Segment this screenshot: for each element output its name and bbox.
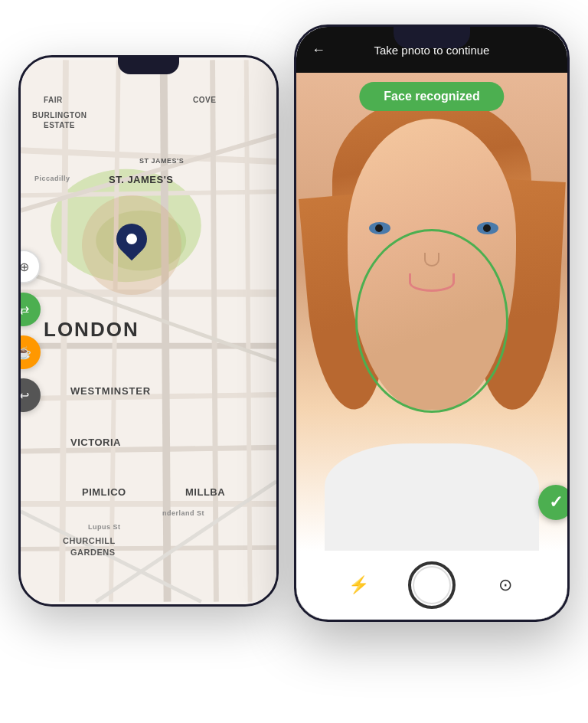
map-label-cove: COVE bbox=[193, 96, 216, 104]
shutter-inner bbox=[413, 566, 451, 604]
flash-button[interactable]: ⚡ bbox=[345, 571, 372, 599]
exit-button[interactable]: ↩ bbox=[18, 378, 41, 412]
map-label-victoria: VICTORIA bbox=[70, 437, 121, 448]
scene: FAIR COVE BURLINGTON ESTATE ST JAMES'S S… bbox=[18, 25, 570, 698]
map-sidebar-buttons: ⊕ ⇄ ☕ ↩ bbox=[18, 250, 41, 412]
smile bbox=[409, 273, 455, 292]
phone-camera: ← Take photo to continue Face recognized bbox=[294, 25, 570, 622]
shutter-button[interactable] bbox=[408, 561, 456, 609]
swap-icon: ⇄ bbox=[19, 303, 29, 317]
phone-map-notch bbox=[118, 57, 179, 74]
face-container bbox=[296, 73, 567, 551]
eye-left bbox=[369, 222, 390, 234]
map-label-st-james: ST. JAMES'S bbox=[109, 174, 173, 185]
map-label-estate: ESTATE bbox=[44, 121, 75, 129]
eye-right bbox=[477, 222, 498, 234]
locate-button[interactable]: ⊕ bbox=[18, 250, 41, 283]
back-button[interactable]: ← bbox=[312, 42, 325, 58]
map-label-piccadilly1: Piccadilly bbox=[34, 175, 70, 182]
face-recognized-banner: Face recognized bbox=[359, 82, 504, 111]
nose bbox=[424, 253, 439, 267]
map-label-churchill: CHURCHILL bbox=[63, 536, 116, 545]
map-label-london: LONDON bbox=[44, 318, 139, 342]
map-label-fair: FAIR bbox=[44, 96, 63, 104]
coffee-button[interactable]: ☕ bbox=[18, 335, 41, 369]
map-label-lupus: Lupus St bbox=[88, 523, 121, 531]
pin-head bbox=[110, 218, 154, 261]
flip-camera-button[interactable]: ⊙ bbox=[492, 571, 519, 599]
map-label-westminster: WESTMINSTER bbox=[70, 385, 151, 397]
map-label-sunderland: nderland St bbox=[162, 509, 204, 517]
svg-line-10 bbox=[21, 548, 276, 549]
exit-icon: ↩ bbox=[19, 388, 29, 403]
location-circle bbox=[82, 195, 181, 295]
flip-camera-icon: ⊙ bbox=[498, 575, 512, 595]
map-label-gardens: GARDENS bbox=[70, 548, 116, 557]
check-badge: ✓ bbox=[538, 485, 567, 520]
face-photo-area bbox=[296, 73, 567, 551]
svg-line-13 bbox=[164, 60, 168, 601]
camera-notch bbox=[394, 27, 470, 48]
shirt bbox=[325, 443, 539, 551]
map-background: FAIR COVE BURLINGTON ESTATE ST JAMES'S S… bbox=[21, 57, 276, 604]
phone-map: FAIR COVE BURLINGTON ESTATE ST JAMES'S S… bbox=[18, 55, 279, 607]
location-pin bbox=[114, 224, 149, 267]
coffee-icon: ☕ bbox=[18, 345, 31, 360]
camera-bottom-bar: ⚡ ⊙ bbox=[296, 551, 567, 620]
swap-button[interactable]: ⇄ bbox=[18, 293, 41, 326]
map-label-pimlico: PIMLICO bbox=[82, 486, 126, 498]
map-label-millba: MILLBA bbox=[185, 486, 225, 498]
svg-line-8 bbox=[21, 447, 276, 451]
map-label-st-james-small: ST JAMES'S bbox=[139, 157, 184, 165]
flash-icon: ⚡ bbox=[348, 575, 369, 595]
map-label-burlington: BURLINGTON bbox=[32, 111, 87, 119]
locate-icon: ⊕ bbox=[19, 260, 29, 274]
